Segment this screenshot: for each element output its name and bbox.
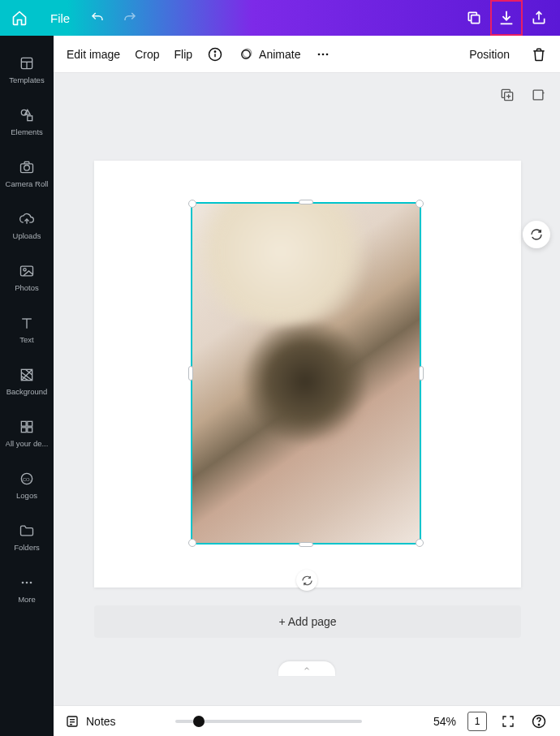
svg-rect-29: [533, 90, 543, 100]
svg-rect-0: [472, 15, 480, 24]
templates-icon: [19, 55, 35, 71]
rotate-button[interactable]: [296, 570, 317, 591]
svg-rect-8: [21, 266, 33, 276]
notes-button[interactable]: Notes: [65, 714, 116, 729]
floating-undo-button[interactable]: [523, 221, 550, 248]
sidebar-item-logos[interactable]: CO. Logos: [0, 459, 54, 511]
sidebar-item-text[interactable]: Text: [0, 303, 54, 355]
bottom-bar: Notes 54% 1: [54, 705, 560, 736]
home-button[interactable]: [0, 0, 39, 36]
sidebar-item-more[interactable]: More: [0, 563, 54, 615]
sidebar: Templates Elements Camera Roll Uploads P…: [0, 36, 54, 736]
zoom-slider[interactable]: [175, 720, 362, 723]
camera-icon: [19, 159, 35, 175]
help-button[interactable]: [529, 712, 549, 731]
sidebar-label: Uploads: [13, 231, 41, 240]
svg-rect-14: [28, 428, 32, 433]
download-button[interactable]: [490, 0, 523, 36]
svg-point-19: [30, 582, 32, 584]
svg-text:CO.: CO.: [23, 477, 32, 482]
edit-image-button[interactable]: Edit image: [67, 48, 120, 61]
add-page-icon-button[interactable]: [528, 84, 549, 105]
zoom-control: [127, 720, 411, 723]
copy-design-button[interactable]: [458, 0, 490, 36]
delete-button[interactable]: [531, 46, 547, 62]
svg-rect-12: [28, 421, 32, 426]
svg-rect-13: [21, 428, 26, 433]
svg-rect-5: [28, 116, 32, 121]
zoom-slider-thumb[interactable]: [193, 716, 205, 727]
pages-drawer-handle[interactable]: [278, 661, 335, 676]
flip-button[interactable]: Flip: [174, 48, 193, 61]
canvas-area[interactable]: + Add page: [54, 73, 560, 705]
top-bar-left: File: [0, 0, 146, 36]
fullscreen-button[interactable]: [498, 712, 518, 731]
redo-button[interactable]: [114, 0, 146, 36]
sidebar-label: More: [18, 595, 36, 604]
sidebar-label: Camera Roll: [6, 179, 49, 188]
svg-point-25: [318, 53, 321, 55]
sidebar-label: Folders: [14, 543, 40, 552]
sidebar-label: Logos: [16, 491, 37, 500]
crop-button[interactable]: Crop: [135, 48, 159, 61]
sidebar-item-uploads[interactable]: Uploads: [0, 200, 54, 252]
sidebar-label: All your de...: [6, 439, 49, 448]
sidebar-label: Text: [19, 335, 33, 344]
position-button[interactable]: Position: [469, 48, 510, 61]
file-menu[interactable]: File: [39, 5, 81, 32]
svg-point-7: [24, 166, 30, 171]
animate-label: Animate: [259, 48, 300, 61]
svg-point-9: [24, 269, 26, 271]
photos-icon: [19, 263, 35, 279]
content-row: Templates Elements Camera Roll Uploads P…: [0, 36, 560, 736]
svg-point-26: [322, 53, 325, 55]
logos-icon: CO.: [19, 471, 35, 487]
image-toolbar: Edit image Crop Flip Animate Position: [54, 36, 560, 73]
sidebar-item-background[interactable]: Background: [0, 355, 54, 407]
top-bar: File: [0, 0, 560, 36]
more-icon: [19, 575, 35, 591]
undo-button[interactable]: [81, 0, 114, 36]
image-placeholder: [192, 203, 420, 544]
info-icon[interactable]: [207, 46, 223, 62]
svg-point-18: [26, 582, 28, 584]
sidebar-item-folders[interactable]: Folders: [0, 511, 54, 563]
svg-point-27: [326, 53, 329, 55]
top-bar-right: [458, 0, 560, 36]
sidebar-item-all-designs[interactable]: All your de...: [0, 407, 54, 459]
folders-icon: [19, 523, 35, 539]
sidebar-item-templates[interactable]: Templates: [0, 44, 54, 96]
designs-icon: [19, 419, 35, 435]
zoom-value[interactable]: 54%: [433, 715, 456, 728]
sidebar-label: Background: [6, 387, 48, 396]
sidebar-item-camera-roll[interactable]: Camera Roll: [0, 148, 54, 200]
notes-icon: [65, 714, 80, 729]
notes-label: Notes: [86, 715, 116, 728]
sidebar-item-elements[interactable]: Elements: [0, 96, 54, 148]
add-page-button[interactable]: + Add page: [94, 605, 521, 638]
share-button[interactable]: [523, 0, 555, 36]
more-options-icon[interactable]: [315, 46, 331, 62]
main-area: Edit image Crop Flip Animate Position: [54, 36, 560, 736]
background-icon: [19, 367, 35, 383]
duplicate-page-button[interactable]: [497, 84, 518, 105]
text-icon: [19, 315, 35, 331]
svg-point-22: [214, 51, 215, 52]
svg-point-17: [22, 582, 24, 584]
svg-point-35: [538, 724, 539, 725]
sidebar-item-photos[interactable]: Photos: [0, 252, 54, 303]
sidebar-label: Templates: [9, 75, 44, 84]
page-indicator[interactable]: 1: [467, 712, 487, 731]
animate-button[interactable]: Animate: [238, 46, 300, 62]
uploads-icon: [19, 211, 35, 227]
animate-icon: [238, 46, 254, 62]
selected-image[interactable]: [192, 203, 420, 544]
canvas-page-actions: [497, 84, 549, 105]
svg-rect-11: [21, 421, 26, 426]
elements-icon: [19, 107, 35, 123]
sidebar-label: Elements: [11, 127, 43, 136]
sidebar-label: Photos: [15, 283, 39, 292]
